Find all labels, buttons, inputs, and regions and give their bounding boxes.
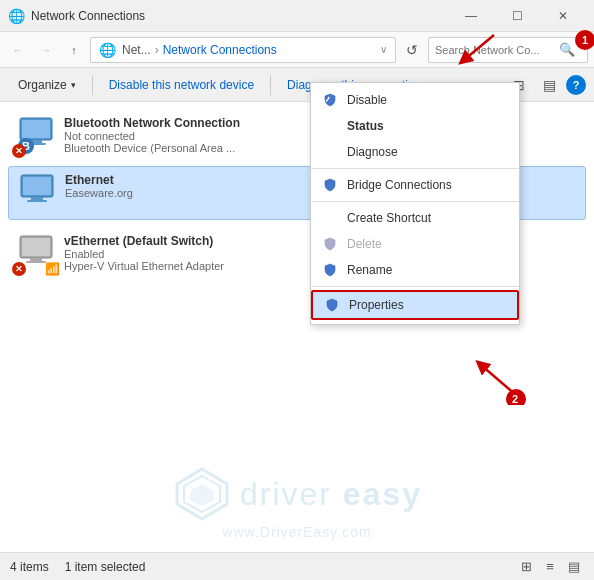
ctx-separator-2 [311,201,519,202]
ctx-properties[interactable]: Properties [311,290,519,320]
refresh-button[interactable]: ↺ [400,38,424,62]
back-button[interactable]: ← [6,38,30,62]
search-icon[interactable]: 🔍 [559,42,575,57]
window-title: Network Connections [31,9,448,23]
toolbar-separator-2 [270,75,271,95]
svg-rect-11 [27,200,47,202]
maximize-button[interactable]: ☐ [494,0,540,32]
svg-rect-15 [26,261,46,263]
ctx-properties-shield-icon [323,296,341,314]
svg-rect-13 [22,238,50,256]
ctx-status[interactable]: Status [311,113,519,139]
svg-rect-10 [31,197,43,200]
vethernet-icon: ✕ 📶 [16,234,56,274]
svg-rect-9 [23,177,51,195]
up-button[interactable]: ↑ [62,38,86,62]
minimize-button[interactable]: — [448,0,494,32]
ctx-rename-shield-icon [321,261,339,279]
organize-button[interactable]: Organize ▾ [8,74,86,96]
vethernet-signal-icon: 📶 [45,262,60,276]
status-bar: 4 items 1 item selected ⊞ ≡ ▤ [0,552,594,580]
status-view-list[interactable]: ▤ [564,557,584,577]
view-button-list[interactable]: ▤ [536,72,562,98]
status-view-controls: ⊞ ≡ ▤ [516,557,584,577]
window-icon: 🌐 [8,8,25,24]
selected-count: 1 item selected [65,560,146,574]
ctx-disable-shield-icon [321,91,339,109]
ethernet-monitor-svg [17,173,57,211]
ctx-rename[interactable]: Rename [311,257,519,283]
help-button[interactable]: ? [566,75,586,95]
toolbar-separator-1 [92,75,93,95]
bluetooth-network-icon: B ✕ [16,116,56,156]
context-menu: Disable Status Diagnose Bridge Connectio… [310,82,520,325]
address-path: Net... › Network Connections [122,43,277,57]
title-bar: 🌐 Network Connections — ☐ ✕ [0,0,594,32]
search-box[interactable]: 🔍 1 [428,37,588,63]
ctx-bridge[interactable]: Bridge Connections [311,172,519,198]
ctx-shortcut[interactable]: Create Shortcut [311,205,519,231]
ctx-diagnose[interactable]: Diagnose [311,139,519,165]
ctx-separator-3 [311,286,519,287]
address-dropdown[interactable]: ∨ [380,44,387,55]
ctx-delete: Delete [311,231,519,257]
ctx-bridge-shield-icon [321,176,339,194]
address-input[interactable]: 🌐 Net... › Network Connections ∨ [90,37,396,63]
address-net-icon: 🌐 [99,42,116,58]
svg-rect-3 [22,120,50,138]
ethernet-icon [17,173,57,213]
forward-button[interactable]: → [34,38,58,62]
ctx-separator-1 [311,168,519,169]
badge-1: 1 [575,30,594,50]
ctx-disable[interactable]: Disable [311,87,519,113]
organize-chevron-icon: ▾ [71,80,76,90]
close-button[interactable]: ✕ [540,0,586,32]
status-view-details[interactable]: ≡ [540,557,560,577]
error-overlay-icon: ✕ [12,144,26,158]
window-controls: — ☐ ✕ [448,0,586,32]
svg-rect-14 [30,258,42,261]
search-input[interactable] [435,44,555,56]
items-count: 4 items [10,560,49,574]
vethernet-error-icon: ✕ [12,262,26,276]
ctx-delete-shield-icon [321,235,339,253]
status-view-grid[interactable]: ⊞ [516,557,536,577]
address-bar: ← → ↑ 🌐 Net... › Network Connections ∨ ↺… [0,32,594,68]
disable-device-button[interactable]: Disable this network device [99,74,264,96]
